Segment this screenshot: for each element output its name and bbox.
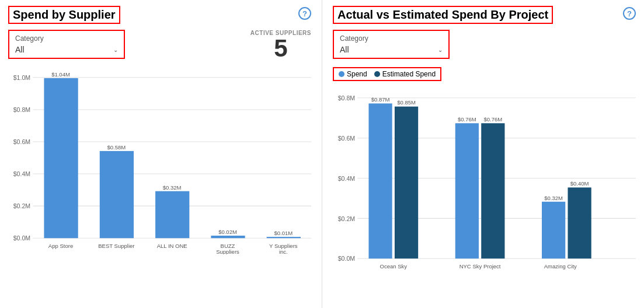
svg-text:BEST Supplier: BEST Supplier <box>98 243 135 249</box>
right-legend: Spend Estimated Spend <box>333 67 441 81</box>
svg-text:$0.0M: $0.0M <box>13 235 30 242</box>
svg-text:$0.8M: $0.8M <box>13 106 30 113</box>
right-category-value: All <box>340 45 349 54</box>
svg-text:$0.6M: $0.6M <box>13 138 30 145</box>
svg-text:$0.01M: $0.01M <box>274 230 293 236</box>
svg-text:$0.8M: $0.8M <box>338 94 355 102</box>
left-panel: Spend by Supplier ? Category All ⌄ ACTIV… <box>0 0 319 308</box>
svg-text:$0.40M: $0.40M <box>570 180 589 187</box>
svg-text:ALL IN ONE: ALL IN ONE <box>157 243 187 249</box>
estimated-legend-item: Estimated Spend <box>374 70 436 78</box>
right-panel-title: Actual vs Estimated Spend By Project <box>333 6 553 24</box>
svg-text:inc.: inc. <box>279 249 288 254</box>
right-chart: $0.8M $0.6M $0.4M $0.2M $0.0M $0.87M $0.… <box>333 89 636 270</box>
svg-rect-25 <box>267 237 301 238</box>
spend-legend-label: Spend <box>347 70 367 78</box>
svg-rect-18 <box>155 191 189 238</box>
right-category-label: Category <box>340 34 443 43</box>
svg-rect-49 <box>542 202 565 258</box>
right-filter-row: Category All ⌄ <box>333 30 636 59</box>
left-panel-title: Spend by Supplier <box>8 6 120 24</box>
svg-text:$0.32M: $0.32M <box>163 184 182 191</box>
left-chevron-icon: ⌄ <box>113 47 118 53</box>
svg-text:$0.6M: $0.6M <box>338 135 355 142</box>
svg-rect-15 <box>100 151 134 238</box>
svg-text:$0.58M: $0.58M <box>107 144 126 150</box>
svg-rect-12 <box>44 78 78 238</box>
svg-text:NYC Sky Project: NYC Sky Project <box>459 263 501 270</box>
estimated-legend-label: Estimated Spend <box>382 70 436 78</box>
svg-text:Suppliers: Suppliers <box>216 249 239 254</box>
svg-text:$0.2M: $0.2M <box>13 202 30 209</box>
right-legend-container: Spend Estimated Spend <box>333 67 636 85</box>
spend-legend-dot <box>339 71 344 77</box>
svg-text:Amazing City: Amazing City <box>544 263 577 270</box>
panel-divider <box>322 0 322 308</box>
svg-text:$0.4M: $0.4M <box>338 175 355 182</box>
svg-rect-46 <box>481 123 504 258</box>
svg-text:App Store: App Store <box>48 243 73 249</box>
svg-text:$0.32M: $0.32M <box>544 195 563 201</box>
spend-legend-item: Spend <box>339 70 367 78</box>
svg-text:$1.0M: $1.0M <box>13 74 30 81</box>
left-category-label: Category <box>15 34 118 43</box>
svg-text:$0.85M: $0.85M <box>397 99 416 106</box>
svg-text:$0.87M: $0.87M <box>371 96 390 103</box>
svg-rect-39 <box>368 103 392 258</box>
right-category-select[interactable]: All ⌄ <box>340 45 443 54</box>
svg-rect-44 <box>455 123 479 258</box>
svg-text:$0.76M: $0.76M <box>483 116 502 123</box>
left-category-select[interactable]: All ⌄ <box>15 45 118 54</box>
left-chart-svg: $1.0M $0.8M $0.6M $0.4M $0.2M $0.0M $1.0… <box>8 69 311 254</box>
left-chart: $1.0M $0.8M $0.6M $0.4M $0.2M $0.0M $1.0… <box>8 69 311 250</box>
right-help-icon[interactable]: ? <box>623 7 636 20</box>
right-panel: Actual vs Estimated Spend By Project ? C… <box>325 0 644 308</box>
right-chart-svg: $0.8M $0.6M $0.4M $0.2M $0.0M $0.87M $0.… <box>333 89 636 275</box>
right-category-filter[interactable]: Category All ⌄ <box>333 30 450 59</box>
active-suppliers-box: ACTIVE SUPPLIERS 5 <box>250 30 311 61</box>
svg-text:Ocean Sky: Ocean Sky <box>380 263 408 270</box>
svg-text:$0.0M: $0.0M <box>338 255 355 262</box>
svg-rect-41 <box>395 107 418 259</box>
active-suppliers-count: 5 <box>250 36 311 61</box>
right-chevron-icon: ⌄ <box>438 47 443 53</box>
svg-rect-21 <box>211 236 245 238</box>
svg-text:$0.4M: $0.4M <box>13 170 30 177</box>
left-help-icon[interactable]: ? <box>298 7 311 20</box>
left-category-value: All <box>15 45 25 54</box>
left-filter-row: Category All ⌄ ACTIVE SUPPLIERS 5 <box>8 30 311 61</box>
estimated-legend-dot <box>374 71 380 77</box>
svg-rect-51 <box>568 187 591 258</box>
svg-text:$0.76M: $0.76M <box>458 116 476 123</box>
svg-text:$0.02M: $0.02M <box>218 229 237 235</box>
svg-text:$1.04M: $1.04M <box>51 71 70 78</box>
svg-text:$0.2M: $0.2M <box>338 215 355 222</box>
left-category-filter[interactable]: Category All ⌄ <box>8 30 125 59</box>
